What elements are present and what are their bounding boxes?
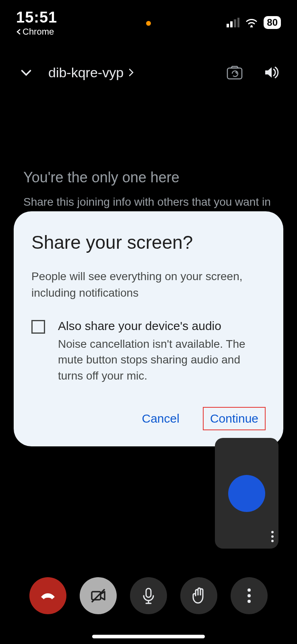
svg-point-11 [248, 600, 251, 603]
battery-level: 80 [267, 17, 278, 28]
dialog-description: People will see everything on your scree… [31, 268, 266, 301]
cellular-icon [227, 18, 239, 27]
dialog-title: Share your screen? [31, 231, 266, 253]
share-audio-label: Also share your device's audio [58, 319, 266, 333]
share-audio-help: Noise cancellation isn't available. The … [58, 336, 266, 384]
speaker-icon [262, 64, 279, 81]
more-vertical-icon [247, 588, 251, 603]
mic-toggle-button[interactable] [130, 577, 167, 614]
svg-point-4 [251, 25, 253, 27]
back-app-label: Chrome [23, 27, 54, 37]
call-controls [0, 577, 297, 614]
svg-rect-5 [227, 68, 242, 79]
meeting-bar-actions [225, 62, 281, 83]
svg-rect-3 [237, 18, 239, 27]
svg-point-9 [248, 588, 251, 592]
camera-toggle-button[interactable] [80, 577, 117, 614]
only-one-title: You're the only one here [23, 169, 274, 186]
back-to-app[interactable]: Chrome [16, 27, 57, 37]
meeting-top-bar: dib-kqre-vyp [0, 58, 297, 87]
status-right: 80 [227, 0, 281, 29]
home-indicator[interactable] [92, 635, 205, 638]
collapse-button[interactable] [16, 62, 36, 83]
share-joining-info-text: Share this joining info with others that… [23, 194, 274, 210]
chevron-down-icon [19, 65, 33, 80]
end-call-button[interactable] [29, 577, 66, 614]
status-left: 15:51 Chrome [16, 0, 57, 37]
self-avatar [228, 475, 265, 512]
self-view-tile[interactable] [215, 438, 278, 549]
svg-rect-8 [146, 588, 151, 597]
status-bar: 15:51 Chrome 80 [0, 0, 297, 36]
flip-camera-button[interactable] [225, 62, 245, 83]
svg-rect-0 [227, 24, 229, 27]
meeting-code-label: dib-kqre-vyp [48, 65, 124, 80]
cancel-button[interactable]: Cancel [136, 408, 186, 429]
svg-point-10 [248, 594, 251, 597]
share-screen-dialog: Share your screen? People will see every… [14, 211, 283, 446]
share-audio-text: Also share your device's audio Noise can… [58, 319, 266, 384]
camera-off-icon [89, 586, 108, 605]
self-view-more-button[interactable] [271, 531, 274, 542]
hangup-icon [38, 586, 58, 606]
raise-hand-icon [191, 587, 207, 605]
svg-rect-1 [230, 21, 233, 27]
more-options-button[interactable] [231, 577, 268, 614]
speaker-button[interactable] [261, 62, 281, 83]
share-audio-option[interactable]: Also share your device's audio Noise can… [31, 319, 266, 384]
meeting-info-block: You're the only one here Share this join… [23, 169, 274, 210]
flip-camera-icon [226, 65, 243, 80]
back-caret-icon [16, 29, 21, 35]
wifi-icon [245, 18, 258, 27]
continue-button[interactable]: Continue [203, 407, 266, 430]
recording-indicator-icon [146, 21, 151, 26]
dialog-actions: Cancel Continue [31, 407, 266, 430]
raise-hand-button[interactable] [180, 577, 217, 614]
status-time: 15:51 [16, 10, 57, 25]
svg-rect-2 [234, 19, 236, 27]
chevron-right-icon [128, 68, 134, 77]
battery-indicator: 80 [264, 16, 281, 29]
meeting-code-button[interactable]: dib-kqre-vyp [48, 65, 134, 80]
share-audio-checkbox[interactable] [31, 320, 45, 334]
mic-icon [140, 587, 157, 605]
